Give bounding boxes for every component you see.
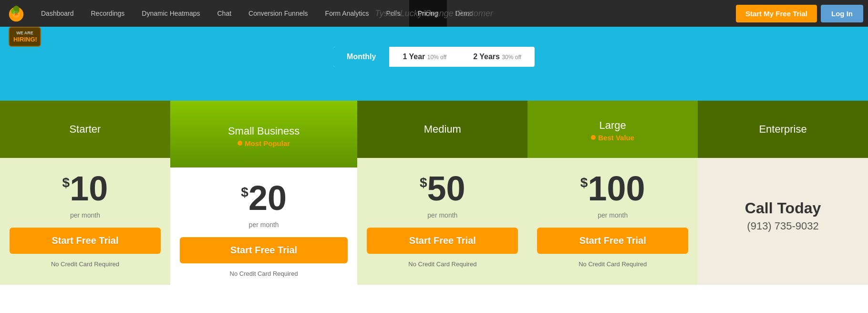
plan-starter-name: Starter (69, 123, 101, 136)
plan-large-body: $ 100 per month Start Free Trial No Cred… (527, 158, 698, 275)
plan-medium-amount: 50 (427, 171, 465, 206)
plan-enterprise-body: Call Today (913) 735-9032 (698, 158, 868, 268)
plan-enterprise-call-today: Call Today (745, 199, 821, 217)
hiring-we-are: WE ARE (13, 31, 36, 36)
nav-chat[interactable]: Chat (208, 0, 240, 27)
nav-cta-area: Start My Free Trial Log In (736, 5, 863, 22)
plan-small-business-price: $ 20 (241, 181, 287, 215)
nav-pricing[interactable]: Pricing (409, 0, 447, 27)
billing-2years[interactable]: 2 Years 30% off (460, 47, 535, 67)
nav-links: Dashboard Recordings Dynamic Heatmaps Ch… (32, 0, 736, 27)
plan-small-business-amount: 20 (248, 181, 287, 215)
plan-medium-header: Medium (357, 101, 527, 158)
billing-monthly[interactable]: Monthly (333, 47, 389, 67)
plan-medium-cta[interactable]: Start Free Trial (367, 228, 518, 254)
plan-large-price: $ 100 (580, 171, 645, 206)
plan-large-badge: Best Value (591, 134, 634, 142)
nav-login-button[interactable]: Log In (821, 5, 863, 22)
badge-dot-icon (238, 141, 242, 146)
plan-starter: Starter $ 10 per month Start Free Trial … (0, 101, 170, 285)
plan-enterprise-phone[interactable]: (913) 735-9032 (747, 220, 818, 232)
plans-container: Starter $ 10 per month Start Free Trial … (0, 101, 868, 285)
plan-large-amount: 100 (588, 171, 645, 206)
nav-start-trial-button[interactable]: Start My Free Trial (736, 5, 817, 22)
nav-dashboard[interactable]: Dashboard (32, 0, 83, 27)
plan-medium-per: per month (427, 211, 457, 219)
nav-forms[interactable]: Form Analytics (317, 0, 378, 27)
nav-polls[interactable]: Polls (377, 0, 409, 27)
plan-large-nocc: No Credit Card Required (579, 261, 647, 268)
plan-small-business-header: Small Business Most Popular (170, 101, 358, 167)
nav-funnels[interactable]: Conversion Funnels (240, 0, 317, 27)
navigation: Dashboard Recordings Dynamic Heatmaps Ch… (0, 0, 868, 27)
plan-large-badge-label: Best Value (598, 134, 634, 142)
plan-small-business-cta[interactable]: Start Free Trial (180, 237, 348, 263)
plan-medium-body: $ 50 per month Start Free Trial No Credi… (357, 158, 527, 275)
plan-small-business-name: Small Business (228, 125, 300, 137)
plan-small-business-per: per month (249, 221, 279, 229)
plan-medium-price: $ 50 (420, 171, 465, 206)
plan-starter-per: per month (70, 211, 100, 219)
plan-starter-amount: 10 (70, 171, 108, 206)
pricing-header: Monthly 1 Year 10% off 2 Years 30% off (0, 27, 868, 101)
nav-demo[interactable]: Demo (447, 0, 482, 27)
plan-small-business-nocc: No Credit Card Required (230, 270, 298, 277)
nav-recordings[interactable]: Recordings (83, 0, 134, 27)
plan-small-business-badge: Most Popular (238, 139, 290, 147)
hiring-label: HIRING! (13, 36, 36, 43)
plan-medium-name: Medium (424, 123, 461, 136)
plan-large-cta[interactable]: Start Free Trial (537, 228, 688, 254)
plan-enterprise-name: Enterprise (759, 123, 806, 136)
plan-large-header: Large Best Value (527, 101, 698, 158)
logo[interactable] (5, 2, 28, 25)
plan-starter-header: Starter (0, 101, 170, 158)
plan-small-business-body: $ 20 per month Start Free Trial No Credi… (170, 167, 358, 285)
plan-large: Large Best Value $ 100 per month Start F… (527, 101, 698, 285)
plan-large-per: per month (598, 211, 628, 219)
billing-1year[interactable]: 1 Year 10% off (389, 47, 460, 67)
plan-medium: Medium $ 50 per month Start Free Trial N… (357, 101, 527, 285)
plan-enterprise-header: Enterprise (698, 101, 868, 158)
plan-small-business: Small Business Most Popular $ 20 per mon… (170, 101, 358, 285)
plan-starter-body: $ 10 per month Start Free Trial No Credi… (0, 158, 170, 275)
plan-large-name: Large (599, 119, 626, 132)
plan-medium-nocc: No Credit Card Required (408, 261, 476, 268)
plan-enterprise: Enterprise Call Today (913) 735-9032 (698, 101, 868, 285)
plan-starter-price: $ 10 (62, 171, 108, 206)
hiring-badge[interactable]: WE ARE HIRING! (9, 27, 41, 47)
badge-dot-large-icon (591, 135, 596, 140)
plan-small-business-badge-label: Most Popular (245, 139, 290, 147)
plan-starter-nocc: No Credit Card Required (51, 261, 119, 268)
nav-heatmaps[interactable]: Dynamic Heatmaps (133, 0, 208, 27)
plan-starter-cta[interactable]: Start Free Trial (10, 228, 161, 254)
billing-toggle: Monthly 1 Year 10% off 2 Years 30% off (332, 46, 536, 68)
